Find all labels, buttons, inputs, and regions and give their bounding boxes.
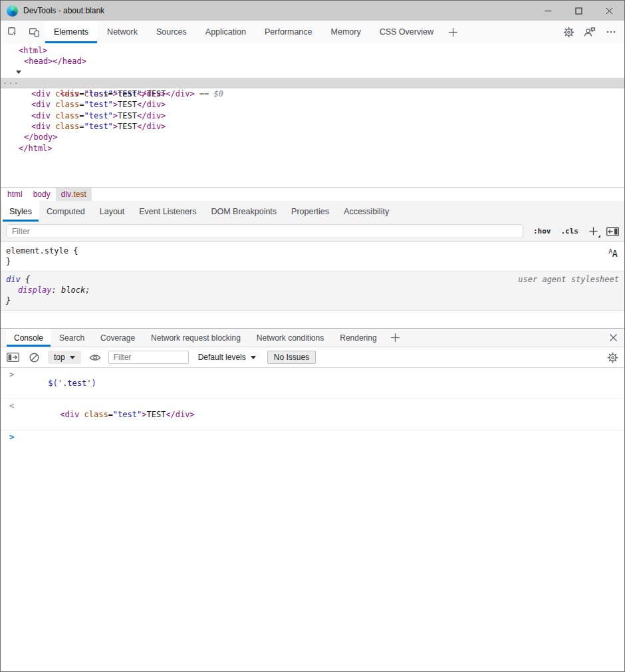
- console-result-row[interactable]: <<div class="test">TEST</div>: [1, 399, 624, 430]
- dom-node-div[interactable]: <div class="test">TEST</div>: [1, 121, 624, 132]
- close-drawer-button[interactable]: [602, 329, 624, 347]
- tab-search[interactable]: Search: [51, 329, 92, 347]
- devtools-window: DevTools - about:blank: [0, 0, 625, 672]
- element-style-close-brace: }: [6, 256, 619, 267]
- window-title: DevTools - about:blank: [23, 6, 104, 15]
- tab-computed[interactable]: Computed: [39, 201, 92, 222]
- dom-node-div[interactable]: <div class="test">TEST</div>: [1, 88, 624, 99]
- more-actions-dots-icon[interactable]: ···: [3, 78, 19, 88]
- plus-icon: [390, 333, 400, 343]
- dom-node-div[interactable]: <div class="test">TEST</div>: [1, 99, 624, 110]
- tab-styles[interactable]: Styles: [2, 201, 39, 222]
- add-tab-button[interactable]: [443, 21, 464, 43]
- pseudo-state-toggle[interactable]: :hov: [533, 227, 551, 236]
- tab-event-listeners[interactable]: Event Listeners: [132, 201, 203, 222]
- more-dots-icon: [606, 27, 616, 37]
- tab-memory[interactable]: Memory: [322, 21, 370, 43]
- javascript-context-selector[interactable]: top: [48, 351, 81, 364]
- font-editor-icon[interactable]: AA: [608, 249, 618, 259]
- computed-sidebar-toggle-button[interactable]: [606, 227, 619, 236]
- tab-label: Network request blocking: [151, 333, 241, 343]
- breadcrumb-div-test[interactable]: div.test: [56, 188, 92, 201]
- tab-elements[interactable]: Elements: [45, 21, 98, 43]
- context-label: top: [54, 353, 65, 362]
- issues-counter-badge[interactable]: No Issues: [267, 351, 316, 364]
- stylesheet-origin-label: user agent stylesheet: [518, 274, 619, 285]
- tab-label: Styles: [9, 207, 32, 216]
- minimize-icon: [545, 7, 552, 15]
- tab-application[interactable]: Application: [196, 21, 255, 43]
- tab-network-conditions[interactable]: Network conditions: [249, 329, 332, 347]
- breadcrumb-html[interactable]: html: [2, 188, 28, 201]
- maximize-button[interactable]: [563, 1, 594, 21]
- element-style-rule[interactable]: element.style { } AA: [1, 242, 624, 271]
- new-style-rule-button[interactable]: [588, 226, 598, 237]
- tab-coverage[interactable]: Coverage: [92, 329, 143, 347]
- console-log-area[interactable]: >$('.test') <<div class="test">TEST</div…: [1, 368, 624, 671]
- tab-label: Rendering: [340, 333, 376, 343]
- ua-rule-declaration[interactable]: display: block;: [6, 285, 619, 295]
- tab-accessibility[interactable]: Accessibility: [336, 201, 396, 222]
- create-live-expression-button[interactable]: [89, 353, 101, 362]
- toolbar-right-actions: [558, 21, 624, 43]
- console-command-row[interactable]: >$('.test'): [1, 368, 624, 399]
- tab-label: Console: [14, 333, 43, 343]
- more-options-button[interactable]: [600, 21, 622, 43]
- user-agent-style-rule[interactable]: div { display: block; } user agent style…: [1, 271, 624, 311]
- tab-network[interactable]: Network: [98, 21, 147, 43]
- close-button[interactable]: [594, 1, 624, 21]
- dom-node-head[interactable]: <head></head>: [1, 56, 624, 67]
- element-style-selector[interactable]: element.style {: [6, 246, 619, 256]
- close-icon: [606, 7, 613, 15]
- console-settings-button[interactable]: [607, 352, 618, 363]
- device-toolbar-icon: [29, 27, 40, 38]
- tab-label: Accessibility: [344, 207, 389, 216]
- sidebar-panel-icon: [7, 353, 19, 362]
- tab-label: Layout: [100, 207, 125, 216]
- title-bar: DevTools - about:blank: [1, 1, 624, 21]
- tab-console[interactable]: Console: [6, 329, 51, 347]
- plus-icon: [589, 227, 598, 236]
- clear-console-button[interactable]: [29, 352, 40, 363]
- tab-sources[interactable]: Sources: [147, 21, 196, 43]
- tab-dom-breakpoints[interactable]: DOM Breakpoints: [203, 201, 284, 222]
- console-filter-input[interactable]: [108, 351, 189, 364]
- close-icon: [609, 333, 618, 342]
- feedback-button[interactable]: [579, 21, 600, 43]
- plus-icon: [448, 27, 458, 37]
- tab-network-request-blocking[interactable]: Network request blocking: [143, 329, 249, 347]
- tab-label: Memory: [331, 27, 361, 37]
- dom-node-html-close[interactable]: </html>: [1, 143, 624, 154]
- settings-button[interactable]: [558, 21, 579, 43]
- window-controls: [533, 1, 624, 21]
- element-class-toggle[interactable]: .cls: [561, 227, 579, 236]
- log-levels-dropdown[interactable]: Default levels: [198, 353, 256, 362]
- dom-node-div-selected[interactable]: ···<div class="test">TEST</div> == $0: [1, 78, 624, 88]
- breadcrumb-body[interactable]: body: [28, 188, 56, 201]
- inspect-element-button[interactable]: [2, 21, 23, 43]
- styles-pane: element.style { } AA div { display: bloc…: [1, 242, 624, 328]
- chevron-down-icon: [251, 356, 256, 359]
- device-toolbar-button[interactable]: [23, 21, 45, 43]
- add-drawer-tab-button[interactable]: [385, 329, 406, 347]
- tab-label: Event Listeners: [139, 207, 196, 216]
- tab-label: Sources: [156, 27, 187, 37]
- styles-filter-bar: :hov .cls: [1, 222, 624, 242]
- styles-filter-input[interactable]: [6, 224, 523, 238]
- console-prompt-row[interactable]: >: [1, 430, 624, 461]
- expander-triangle-icon[interactable]: [16, 71, 21, 74]
- tab-properties[interactable]: Properties: [284, 201, 336, 222]
- console-sidebar-toggle-button[interactable]: [7, 353, 19, 362]
- tab-layout[interactable]: Layout: [92, 201, 132, 222]
- tab-rendering[interactable]: Rendering: [332, 329, 384, 347]
- minimize-button[interactable]: [533, 1, 563, 21]
- dom-node-html[interactable]: <html>: [1, 45, 624, 56]
- tab-css-overview[interactable]: CSS Overview: [370, 21, 443, 43]
- result-chevron-icon: <: [9, 402, 14, 411]
- command-chevron-icon: >: [9, 371, 14, 379]
- dom-node-div[interactable]: <div class="test">TEST</div>: [1, 110, 624, 121]
- dock-panel-icon: [606, 227, 619, 236]
- tab-performance[interactable]: Performance: [255, 21, 322, 43]
- dom-node-body-close[interactable]: </body>: [1, 132, 624, 142]
- dom-node-body[interactable]: <body>: [1, 67, 624, 78]
